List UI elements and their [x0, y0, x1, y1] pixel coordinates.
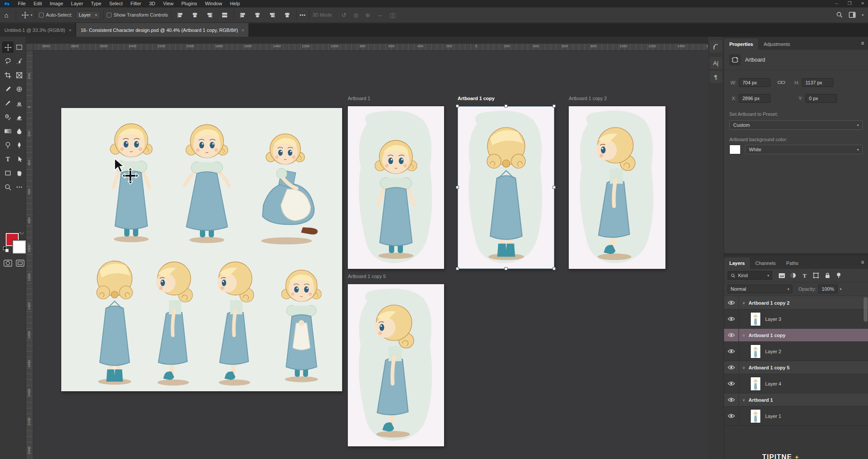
- menu-window[interactable]: Window: [201, 0, 226, 7]
- selection-handle[interactable]: [504, 267, 508, 270]
- more-options-button[interactable]: •••: [300, 12, 306, 17]
- visibility-toggle[interactable]: [724, 296, 739, 309]
- artboard-2[interactable]: [569, 106, 665, 269]
- visibility-toggle[interactable]: [724, 342, 739, 361]
- eye-icon[interactable]: [728, 396, 735, 404]
- artboard-label-1[interactable]: Artboard 1 copy: [458, 96, 494, 101]
- distribute-l-button[interactable]: [237, 10, 248, 20]
- layer-thumbnail[interactable]: [750, 344, 761, 358]
- visibility-toggle[interactable]: [724, 374, 739, 393]
- shape-filter-icon[interactable]: [812, 271, 820, 279]
- tab-layers[interactable]: Layers: [724, 257, 750, 269]
- move-tool[interactable]: [2, 42, 14, 53]
- minimize-button[interactable]: –: [833, 0, 840, 7]
- history-panel-icon[interactable]: [710, 40, 722, 52]
- selection-handle[interactable]: [553, 104, 556, 108]
- visibility-toggle[interactable]: [724, 309, 739, 328]
- blur-tool[interactable]: [14, 125, 25, 137]
- artboard-1[interactable]: [458, 106, 554, 269]
- rectangle-tool[interactable]: [2, 167, 14, 179]
- character-panel-icon[interactable]: A|: [710, 57, 722, 69]
- zoom-tool[interactable]: [2, 181, 14, 193]
- smart-object-filter-icon[interactable]: [823, 271, 832, 279]
- brush-tool[interactable]: [2, 97, 14, 109]
- artboard-bg-swatch[interactable]: [729, 145, 741, 154]
- selection-handle[interactable]: [456, 104, 459, 108]
- tab-close-icon[interactable]: ×: [69, 28, 71, 33]
- lasso-tool[interactable]: [2, 56, 14, 67]
- artboard-label-2[interactable]: Artboard 1 copy 2: [569, 96, 607, 101]
- blend-mode-dropdown[interactable]: Normal▾: [728, 285, 792, 293]
- artboard-0[interactable]: [348, 106, 444, 269]
- menu-file[interactable]: File: [14, 0, 30, 7]
- tab-adjustments[interactable]: Adjustments: [758, 38, 795, 50]
- pin-filter-icon[interactable]: [834, 271, 843, 279]
- selection-handle[interactable]: [553, 267, 556, 270]
- horizontal-ruler[interactable]: 3000280026002400220020001800160014001200…: [33, 44, 708, 51]
- tab-close-icon[interactable]: ×: [242, 28, 244, 33]
- workspace-icon[interactable]: [849, 12, 856, 19]
- path-selection-tool[interactable]: [14, 153, 25, 165]
- eye-icon[interactable]: [728, 315, 735, 323]
- gradient-tool[interactable]: [2, 125, 14, 137]
- eye-icon[interactable]: [728, 331, 735, 339]
- group-chevron-icon[interactable]: ∨: [739, 398, 749, 402]
- swap-colors-icon[interactable]: ⤸: [19, 232, 24, 234]
- group-chevron-icon[interactable]: ∨: [739, 333, 749, 337]
- artboard-row-4[interactable]: ∨Artboard 1 copy 5: [724, 361, 868, 374]
- search-icon[interactable]: [836, 11, 843, 19]
- menu-plugins[interactable]: Plugins: [177, 0, 201, 7]
- ruler-origin-corner[interactable]: [26, 44, 33, 51]
- group-chevron-icon[interactable]: ∨: [739, 301, 749, 305]
- visibility-toggle[interactable]: [724, 329, 739, 341]
- selection-handle[interactable]: [504, 104, 508, 108]
- preset-dropdown[interactable]: Custom▾: [729, 120, 863, 130]
- home-icon[interactable]: ⌂: [0, 11, 13, 19]
- link-dimensions-icon[interactable]: [777, 80, 785, 86]
- bg-color-dropdown[interactable]: White▾: [745, 145, 863, 154]
- pasteboard[interactable]: Artboard 1 Artboard 1 copy Artboard 1 co…: [33, 51, 708, 459]
- layers-scrollbar[interactable]: [864, 297, 868, 322]
- move-tool-icon[interactable]: [19, 10, 31, 20]
- background-color-swatch[interactable]: [13, 240, 26, 254]
- tab-properties[interactable]: Properties: [724, 38, 758, 50]
- history-brush-tool[interactable]: [2, 111, 14, 123]
- adjustment-filter-icon[interactable]: [789, 271, 798, 279]
- menu-view[interactable]: View: [159, 0, 178, 7]
- layer-thumbnail[interactable]: [750, 312, 761, 326]
- layer-thumbnail[interactable]: [750, 377, 761, 391]
- menu-type[interactable]: Type: [87, 0, 105, 7]
- restore-button[interactable]: ❐: [846, 0, 853, 7]
- paragraph-panel-icon[interactable]: ¶: [710, 71, 722, 83]
- width-field[interactable]: 704 px: [739, 78, 770, 87]
- menu-image[interactable]: Image: [46, 0, 67, 7]
- visibility-toggle[interactable]: [724, 393, 739, 406]
- hand-tool[interactable]: [14, 167, 25, 179]
- eye-icon[interactable]: [728, 364, 735, 372]
- crop-tool[interactable]: [2, 70, 14, 81]
- default-colors-icon[interactable]: [3, 247, 9, 253]
- chevron-down-icon[interactable]: ▾: [840, 287, 842, 291]
- tab-paths[interactable]: Paths: [781, 257, 804, 269]
- menu-edit[interactable]: Edit: [30, 0, 46, 7]
- more-tools-tool[interactable]: [14, 181, 25, 193]
- panel-menu-icon[interactable]: ≡: [861, 40, 864, 46]
- image-filter-icon[interactable]: [777, 271, 786, 279]
- artboard-row-6[interactable]: ∨Artboard 1: [724, 393, 868, 407]
- kind-filter-dropdown[interactable]: Kind▾: [728, 271, 772, 280]
- chevron-down-icon[interactable]: ▾: [31, 13, 32, 17]
- distribute-m-button[interactable]: [282, 10, 293, 20]
- artboard-main[interactable]: [61, 108, 342, 391]
- distribute-c-button[interactable]: [252, 10, 263, 20]
- auto-select-checkbox[interactable]: [39, 13, 44, 17]
- document-tab-0[interactable]: Untitled-1 @ 33.3% (RGB/8)×: [0, 23, 76, 37]
- close-button[interactable]: ✕: [859, 0, 866, 7]
- layer-row-7[interactable]: Layer 1: [724, 407, 868, 426]
- x-field[interactable]: 2896 px: [739, 94, 770, 103]
- group-chevron-icon[interactable]: ∨: [739, 365, 749, 370]
- quick-mask-icon[interactable]: [3, 259, 13, 268]
- selection-handle[interactable]: [456, 267, 459, 270]
- artboard-label-3[interactable]: Artboard 1 copy 5: [348, 274, 386, 279]
- selection-handle[interactable]: [456, 186, 459, 189]
- show-transform-checkbox[interactable]: [107, 13, 112, 17]
